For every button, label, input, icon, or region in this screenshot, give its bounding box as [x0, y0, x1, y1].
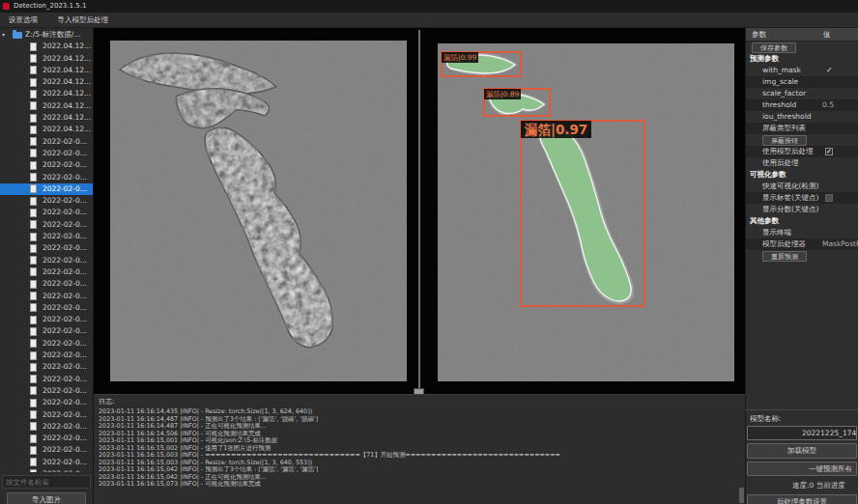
tree-item-label: 2022-02-0... [43, 444, 93, 456]
param-row[interactable]: 屏蔽类型列表 [746, 123, 858, 134]
tree-item[interactable]: 2022.04.12... [0, 100, 94, 112]
param-row[interactable]: threshold0.5 [746, 99, 858, 111]
tree-item[interactable]: 2022.04.12... [0, 76, 94, 88]
param-label: 快速可视化(检测) [762, 181, 818, 192]
log-scrollbar[interactable] [739, 488, 744, 503]
tree-item[interactable]: 2022-02-0... [0, 278, 94, 290]
param-row[interactable]: 快速可视化(检测) [746, 181, 858, 192]
tree-item[interactable]: 2022-02-0... [0, 433, 94, 444]
tree-item[interactable]: 2022-02-0... [0, 325, 94, 337]
tree-item[interactable]: 2022-02-0... [0, 148, 94, 159]
original-image-panel[interactable] [110, 41, 407, 381]
tree-item[interactable]: 2022-02-0... [0, 338, 94, 350]
tree-item[interactable]: 2022-02-0... [0, 350, 94, 361]
file-tree-items: 2022.04.12...2022.04.12...2022.04.12...2… [0, 41, 94, 472]
param-button[interactable]: 屏蔽按钮 [762, 135, 807, 146]
tree-item[interactable]: 2022-02-0... [0, 409, 94, 421]
log-area[interactable]: 日志: 2023-01-11 16:16:14,435 |INFO| - Res… [94, 394, 745, 504]
tree-item[interactable]: 2022-02-0... [0, 302, 94, 314]
menu-item-settings[interactable]: 设置选项 [0, 13, 46, 27]
param-row[interactable]: scale_factor [746, 88, 858, 99]
postprocess-settings-button[interactable]: 后处理参数设置 [747, 494, 857, 504]
chevron-down-icon[interactable]: ▾ [2, 29, 5, 41]
parameter-table-header: 参数 值 [746, 28, 858, 42]
param-button[interactable]: 重新预测 [762, 251, 807, 262]
param-row[interactable]: 显示标签(关键点) [746, 192, 858, 204]
tree-item[interactable]: 2022-02-0... [0, 159, 94, 171]
tree-root[interactable]: ▾ Z:/5-标注数据/... [0, 29, 94, 41]
tree-item[interactable]: 2022-02-0... [0, 397, 94, 408]
tree-item[interactable]: 2022-02-0... [0, 231, 94, 242]
tree-item[interactable]: 2022-02-0... [0, 421, 94, 433]
param-row[interactable]: 模型后处理器MaskPostPro [746, 238, 858, 250]
tree-item[interactable]: 2022-02-0... [0, 361, 94, 373]
log-lines: 2023-01-11 16:16:14,435 |INFO| - Resize:… [99, 408, 740, 489]
param-value[interactable]: MaskPostPro [822, 238, 858, 250]
tree-item[interactable]: 2022-02-0... [0, 457, 94, 468]
file-icon [30, 149, 37, 157]
tree-item-label: 2022-02-0... [43, 183, 93, 195]
speed-status: 速度:0 当前进度 [792, 481, 858, 490]
tree-item[interactable]: 2022-02-0... [0, 183, 94, 195]
tree-item[interactable]: 2022-02-0... [0, 172, 94, 183]
tree-item[interactable]: 2022-02-0 [0, 468, 94, 472]
tree-item[interactable]: 2022-02-0... [0, 136, 94, 148]
param-row[interactable]: 使用后处理 [746, 157, 858, 169]
file-icon [30, 422, 37, 431]
checkmark-icon[interactable]: ✓ [826, 65, 833, 76]
menu-item-import-postprocess[interactable]: 导入模型后处理 [48, 13, 117, 27]
tree-item[interactable]: 2022-02-0... [0, 219, 94, 231]
predict-all-button[interactable]: 一键预测所有 [747, 462, 857, 476]
param-value[interactable]: 0.5 [822, 99, 834, 111]
tree-item[interactable]: 2022.04.12... [0, 88, 94, 99]
tree-item[interactable]: 2022.04.12... [0, 41, 94, 52]
tree-item-label: 2022.04.12... [43, 53, 93, 65]
import-images-button[interactable]: 导入图片 [7, 492, 86, 504]
prediction-image-panel[interactable]: 漏箔|0.99 漏箔|0.89 漏箔|0.97 [438, 43, 734, 381]
tree-item[interactable]: 2022.04.12... [0, 65, 94, 76]
file-icon [30, 233, 37, 241]
param-row[interactable]: 使用模型后处理✓ [746, 146, 858, 157]
panel-divider[interactable] [418, 30, 420, 389]
param-row[interactable]: iou_threshold [746, 111, 858, 123]
tree-item[interactable]: 2022-02-0... [0, 444, 94, 456]
param-row[interactable]: 屏蔽按钮 [746, 134, 858, 146]
tree-item[interactable]: 2022-02-0... [0, 291, 94, 302]
tree-item[interactable]: 2022-02-0... [0, 255, 94, 266]
tree-item[interactable]: 2022.04.12... [0, 124, 94, 135]
tree-item[interactable]: 2022-02-0... [0, 207, 94, 218]
file-icon [30, 458, 37, 466]
image-viewer-area: 漏箔|0.99 漏箔|0.89 漏箔|0.97 [94, 28, 745, 394]
tree-item[interactable]: 2022-02-0... [0, 374, 94, 385]
file-icon [30, 42, 37, 51]
original-image [110, 41, 407, 381]
tree-item-label: 2022-02-0... [43, 136, 93, 148]
param-button[interactable]: 保存参数 [752, 42, 796, 53]
model-name-field[interactable]: 20221225_174813 [747, 426, 857, 440]
checkbox-checked[interactable]: ✓ [825, 148, 833, 155]
tree-item[interactable]: 2022-02-0... [0, 195, 94, 207]
tree-item[interactable]: 2022-02-0... [0, 314, 94, 325]
tree-item-label: 2022-02-0... [43, 302, 93, 314]
search-input[interactable] [2, 475, 91, 489]
tree-item[interactable]: 2022.04.12... [0, 112, 94, 124]
param-row[interactable]: with_mask✓ [746, 65, 858, 76]
file-icon [30, 280, 37, 289]
param-row[interactable]: img_scale [746, 76, 858, 88]
param-row[interactable]: 显示分数(关键点) [746, 204, 858, 215]
tree-item[interactable]: 2022-02-0... [0, 266, 94, 278]
tree-item[interactable]: 2022-02-0... [0, 242, 94, 254]
load-model-button[interactable]: 加载模型 [747, 443, 857, 459]
file-icon [30, 434, 37, 443]
param-row[interactable]: 显示终端 [746, 227, 858, 238]
file-icon [30, 446, 37, 455]
file-icon [30, 399, 37, 407]
tree-item[interactable]: 2022.04.12... [0, 53, 94, 65]
param-row[interactable]: 保存参数 [746, 42, 858, 53]
file-icon [30, 351, 37, 360]
param-row[interactable]: 重新预测 [746, 250, 858, 262]
tree-item[interactable]: 2022-02-0... [0, 385, 94, 397]
checkbox-unchecked[interactable] [825, 194, 833, 202]
file-icon [30, 244, 37, 253]
file-icon [30, 54, 37, 63]
